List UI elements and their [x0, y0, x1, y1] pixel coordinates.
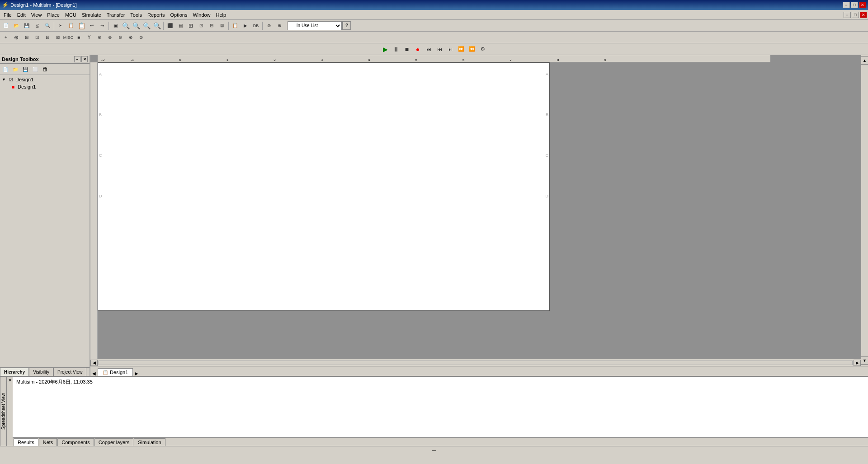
- menu-window[interactable]: Window: [190, 11, 213, 19]
- sim-record[interactable]: ●: [413, 44, 423, 54]
- tree-design1[interactable]: ■ Design1: [1, 83, 89, 90]
- source-button[interactable]: ⊠: [217, 21, 227, 31]
- save-design-button[interactable]: 💾: [21, 65, 30, 74]
- horizontal-scrollbar[interactable]: ◀ ▶: [90, 359, 861, 366]
- canvas-tab-design1[interactable]: 📋 Design1: [98, 368, 133, 376]
- minimize-button[interactable]: −: [843, 2, 850, 8]
- zoom-fit-button[interactable]: 🔍: [142, 21, 151, 31]
- place-bus2[interactable]: ⊕: [11, 33, 21, 42]
- sim-pause[interactable]: ⏸: [391, 44, 401, 54]
- menu-simulate[interactable]: Simulate: [79, 11, 104, 19]
- copy-button[interactable]: 📋: [66, 21, 76, 31]
- zoom-area-button[interactable]: 🔍: [152, 21, 162, 31]
- place-junction[interactable]: ⊡: [196, 21, 206, 31]
- tab-visibility[interactable]: Visibility: [29, 368, 53, 376]
- bottom-close-button[interactable]: ✕: [6, 377, 13, 446]
- menu-transfer[interactable]: Transfer: [104, 11, 128, 19]
- rp-btn1[interactable]: ▲: [861, 56, 868, 65]
- vcc-button[interactable]: ⊛: [94, 33, 104, 42]
- scroll-right-button[interactable]: ▶: [854, 360, 861, 366]
- menu-mcu[interactable]: MCU: [62, 11, 79, 19]
- new-design-button[interactable]: 📄: [1, 65, 10, 74]
- open-button[interactable]: 📂: [11, 21, 21, 31]
- place-text[interactable]: ■: [74, 33, 84, 42]
- toolbox-close[interactable]: ✕: [81, 56, 88, 62]
- menu-reports[interactable]: Reports: [145, 11, 168, 19]
- tab-prev-arrow[interactable]: ◀: [92, 371, 96, 376]
- scroll-track[interactable]: [99, 361, 853, 365]
- open-design-button[interactable]: 📁: [11, 65, 20, 74]
- tab-results[interactable]: Results: [14, 438, 38, 446]
- tab-copper-layers[interactable]: Copper layers: [94, 438, 133, 446]
- menu-help[interactable]: Help: [213, 11, 229, 19]
- place-component[interactable]: ⬛: [165, 21, 175, 31]
- sim-btn1[interactable]: ⏯: [445, 44, 455, 54]
- toolbox-minimize[interactable]: −: [74, 56, 80, 62]
- menu-place[interactable]: Place: [44, 11, 62, 19]
- sim-btn2[interactable]: ⏩: [456, 44, 466, 54]
- menu-view[interactable]: View: [28, 11, 45, 19]
- tab-next-arrow[interactable]: ▶: [135, 371, 138, 376]
- paste-button[interactable]: 📋: [76, 21, 86, 31]
- sheet-label-b-left: B: [99, 112, 102, 117]
- sim-step-fwd[interactable]: ⏭: [424, 44, 434, 54]
- tab-nets[interactable]: Nets: [39, 438, 57, 446]
- redo-button[interactable]: ↪: [97, 21, 107, 31]
- bus-entry[interactable]: ⊗: [264, 21, 274, 31]
- place-wire[interactable]: ▤: [175, 21, 185, 31]
- menu-tools[interactable]: Tools: [127, 11, 145, 19]
- indicator[interactable]: ⊠: [53, 33, 63, 42]
- undo-button[interactable]: ↩: [87, 21, 97, 31]
- scroll-left-button[interactable]: ◀: [90, 360, 98, 366]
- mdi-close[interactable]: ✕: [860, 12, 867, 18]
- db-button[interactable]: DB: [251, 21, 261, 31]
- new-button[interactable]: 📄: [1, 21, 11, 31]
- cut-button[interactable]: ✂: [56, 21, 66, 31]
- sim-settings[interactable]: ⚙: [478, 44, 488, 54]
- inuse-list-combo[interactable]: --- In Use List ---: [288, 21, 342, 30]
- annotate-button[interactable]: 📋: [230, 21, 240, 31]
- toolbox-toolbar: 📄 📁 💾 ⬜ 🗑: [0, 64, 90, 75]
- place-wire2[interactable]: +: [1, 33, 11, 42]
- run-button[interactable]: ▶: [241, 21, 250, 31]
- print-button[interactable]: 🖨: [32, 21, 42, 31]
- print-preview-button[interactable]: 🔍: [42, 21, 52, 31]
- tab-simulation[interactable]: Simulation: [134, 438, 165, 446]
- netflag-button[interactable]: ⊟: [207, 21, 217, 31]
- close-button[interactable]: ✕: [859, 2, 866, 8]
- gnd-button[interactable]: ⊕: [105, 33, 115, 42]
- sim-step-back[interactable]: ⏮: [434, 44, 444, 54]
- connector[interactable]: ⊞: [22, 33, 32, 42]
- tab-project-view[interactable]: Project View: [53, 368, 86, 376]
- misc-btn[interactable]: MISC: [63, 33, 73, 42]
- save-button[interactable]: 💾: [22, 21, 32, 31]
- ammeter-button[interactable]: ⊗: [126, 33, 136, 42]
- tab-hierarchy[interactable]: Hierarchy: [0, 368, 29, 376]
- sim-btn3[interactable]: ⏪: [467, 44, 477, 54]
- schematic-sheet[interactable]: A B C D A B C D: [98, 62, 550, 311]
- mdi-minimize[interactable]: −: [844, 12, 851, 18]
- zoom-out-button[interactable]: 🔍: [131, 21, 141, 31]
- probe-button[interactable]: ⊖: [115, 33, 125, 42]
- hierarchical[interactable]: ⊡: [32, 33, 42, 42]
- mdi-maximize[interactable]: □: [852, 12, 859, 18]
- rp-btn2[interactable]: ▼: [861, 356, 868, 365]
- delete-button[interactable]: 🗑: [41, 65, 50, 74]
- toggle-button[interactable]: ▣: [110, 21, 120, 31]
- voltmeter-button[interactable]: ⊘: [136, 33, 146, 42]
- power-source[interactable]: Y: [84, 33, 94, 42]
- zoom-in-button[interactable]: 🔍: [121, 21, 131, 31]
- net-name[interactable]: ⊕: [274, 21, 284, 31]
- help-button[interactable]: ?: [342, 21, 351, 30]
- menu-edit[interactable]: Edit: [14, 11, 28, 19]
- sim-play[interactable]: ▶: [380, 44, 390, 54]
- menu-file[interactable]: File: [1, 11, 14, 19]
- tree-root[interactable]: ▼ ☑ Design1: [1, 76, 89, 83]
- menu-options[interactable]: Options: [168, 11, 190, 19]
- tab-components[interactable]: Components: [57, 438, 94, 446]
- label[interactable]: ⊟: [42, 33, 52, 42]
- place-bus[interactable]: ⊞: [186, 21, 196, 31]
- new-sheet-button[interactable]: ⬜: [31, 65, 40, 74]
- maximize-button[interactable]: □: [851, 2, 858, 8]
- sim-stop[interactable]: ■: [402, 44, 412, 54]
